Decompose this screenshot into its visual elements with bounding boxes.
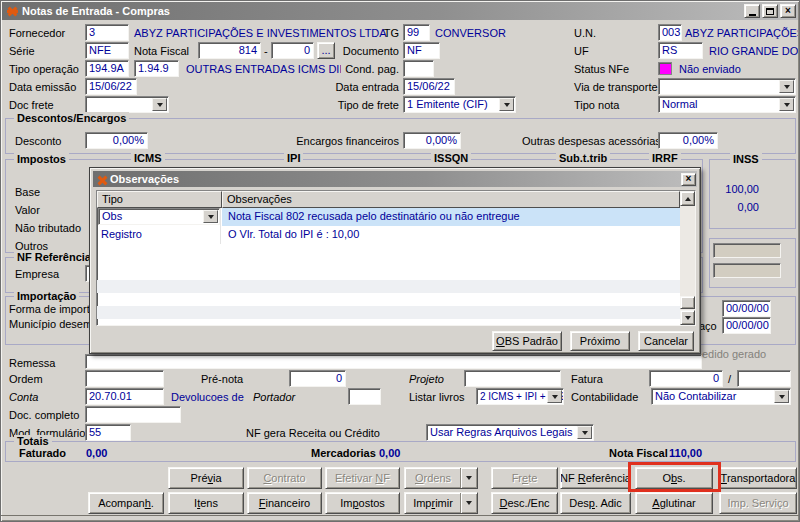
impostos-button[interactable]: Impostos — [325, 492, 400, 514]
descontos-group-title: Descontos/Encargos — [14, 112, 129, 125]
cancelar-button[interactable]: Cancelar — [638, 331, 694, 351]
scroll-down-icon[interactable] — [680, 310, 695, 325]
chevron-down-icon — [779, 98, 794, 111]
impostos-group-title: Impostos — [14, 153, 69, 166]
doc-completo-field[interactable] — [85, 406, 181, 423]
serie-label: Série — [9, 45, 35, 58]
observacao-row-2[interactable]: RegistroO Vlr. Total do IPI é : 10,00 — [97, 226, 680, 244]
listar-livros-select[interactable]: 2 ICMS + IPI + ISS — [476, 388, 564, 405]
projeto-field[interactable] — [464, 370, 561, 387]
scroll-up-icon[interactable] — [680, 191, 695, 206]
tipo-operacao-desc-text: OUTRAS ENTRADAS ICMS DIF/IPI SU — [186, 63, 341, 76]
button-label: Prévia — [188, 472, 223, 485]
conta-field[interactable]: 20.70.01 — [85, 388, 164, 405]
encargos-field[interactable]: 0,00% — [403, 132, 461, 149]
financeiro-button[interactable]: Financeiro — [247, 492, 322, 514]
impostos-column-issqn: ISSQN — [431, 152, 471, 165]
proximo-button[interactable]: Próximo — [570, 331, 630, 351]
button-label: Desp. Adic — [567, 497, 624, 510]
main-window: Notas de Entrada - Compras × Fornecedor … — [0, 0, 800, 522]
tipo-nota-label: Tipo nota — [574, 99, 619, 112]
contabilidade-select[interactable]: Não Contabilizar — [651, 388, 791, 405]
documento-field[interactable]: NF — [403, 42, 440, 59]
obs-padrao-button[interactable]: OBS Padrão — [492, 331, 562, 351]
tipo-nota-select[interactable]: Normal — [658, 96, 796, 113]
itens-button[interactable]: Itens — [168, 492, 244, 514]
impostos-row-valor: Valor — [15, 204, 40, 217]
window-titlebar: Notas de Entrada - Compras × — [2, 2, 798, 20]
fatura-suffix-field[interactable] — [737, 370, 791, 387]
scrollbar-thumb[interactable] — [680, 296, 695, 309]
pre-nota-field[interactable]: 0 — [289, 370, 346, 387]
data-emissao-label: Data emissão — [9, 81, 76, 94]
outras-despesas-field[interactable]: 0,00% — [658, 132, 718, 149]
fornecedor-field[interactable]: 3 — [85, 24, 129, 41]
tipo-frete-label: Tipo de frete — [321, 99, 399, 112]
nota-fiscal-suffix-field[interactable]: 0 — [271, 42, 314, 59]
observacoes-dialog: Observações × Tipo Observações ObsNota F… — [89, 167, 701, 354]
fatura-field[interactable]: 0 — [649, 370, 723, 387]
column-header-tipo[interactable]: Tipo — [97, 191, 222, 208]
importacao-date2-field[interactable]: 00/00/00 — [722, 317, 771, 334]
serie-field[interactable]: NFE — [85, 42, 129, 59]
imp-servico-button: Imp. Serviço — [719, 492, 797, 514]
data-entrada-field[interactable]: 15/06/22 — [403, 78, 455, 95]
contrato-button: Contrato — [247, 467, 322, 489]
empresa-label: Empresa — [15, 268, 59, 281]
tipo-cell[interactable]: Obs — [97, 208, 221, 226]
tg-field[interactable]: 99 — [403, 24, 430, 41]
vertical-scrollbar[interactable] — [680, 191, 695, 325]
nf-referencia-group-title: NF Referência — [14, 251, 94, 264]
imprimir-button[interactable]: Imprimir — [404, 492, 478, 514]
chevron-down-icon[interactable] — [460, 493, 477, 513]
minimize-button[interactable] — [744, 4, 760, 18]
chevron-down-icon — [152, 98, 167, 111]
dialog-titlebar: Observações × — [93, 171, 697, 187]
desp-adic-button[interactable]: Desp. Adic — [560, 492, 631, 514]
cond-pag-field[interactable] — [403, 60, 434, 77]
uf-label: UF — [574, 45, 589, 58]
observacao-cell[interactable]: Nota Fiscal 802 recusada pelo destinatár… — [222, 208, 680, 226]
desconto-field[interactable]: 0,00% — [85, 132, 148, 149]
chevron-down-icon[interactable] — [203, 210, 218, 223]
tg-label: TG — [321, 27, 399, 40]
nf-referencia-button[interactable]: NF Referência — [560, 467, 631, 489]
observacao-cell[interactable]: O Vlr. Total do IPI é : 10,00 — [222, 226, 680, 244]
maximize-button[interactable] — [762, 4, 778, 18]
observacao-row-1[interactable]: ObsNota Fiscal 802 recusada pelo destina… — [97, 208, 680, 226]
tipo-operacao-field-2[interactable]: 1.94.9 — [134, 60, 179, 77]
column-header-observacoes[interactable]: Observações — [222, 191, 680, 208]
tipo-select[interactable]: Obs — [98, 208, 220, 225]
importacao-date1-field[interactable]: 00/00/00 — [722, 300, 771, 317]
button-label: Próximo — [578, 335, 622, 348]
nota-fiscal-field[interactable]: 814 — [198, 42, 261, 59]
desc-enc-button[interactable]: Desc./Enc — [491, 492, 558, 514]
data-emissao-field[interactable]: 15/06/22 — [85, 78, 137, 95]
nf-gera-select[interactable]: Usar Regras Arquivos Legais — [426, 424, 594, 441]
doc-frete-select[interactable] — [85, 96, 169, 113]
uf-field[interactable]: RS — [658, 42, 703, 59]
transportadora-button[interactable]: Transportadora — [719, 467, 797, 489]
tipo-frete-select[interactable]: 1 Emitente (CIF) — [403, 96, 516, 113]
chevron-down-icon[interactable] — [460, 468, 477, 488]
ordem-field[interactable] — [85, 370, 164, 387]
projeto-label: Projeto — [409, 373, 444, 386]
dialog-title: Observações — [110, 173, 179, 185]
status-nfe-text: Não enviado — [679, 63, 741, 76]
chevron-down-icon — [547, 390, 562, 403]
acompanh-button[interactable]: Acompanh. — [88, 492, 164, 514]
portador-field[interactable] — [348, 388, 381, 405]
documento-label: Documento — [321, 45, 399, 58]
mod-formulario-field[interactable]: 55 — [85, 424, 131, 441]
previa-button[interactable]: Prévia — [168, 467, 244, 489]
close-button[interactable]: × — [780, 4, 796, 18]
chevron-down-icon — [499, 98, 514, 111]
button-label: Cancelar — [642, 335, 690, 348]
faturado-value: 0,00 — [86, 447, 107, 460]
un-field[interactable]: 003 — [658, 24, 682, 41]
remessa-field[interactable] — [85, 354, 702, 369]
tipo-operacao-field-1[interactable]: 194.9A — [85, 60, 129, 77]
aglutinar-button[interactable]: Aglutinar — [635, 492, 713, 514]
dialog-close-icon[interactable]: × — [681, 173, 696, 186]
via-transporte-select[interactable] — [658, 78, 796, 95]
